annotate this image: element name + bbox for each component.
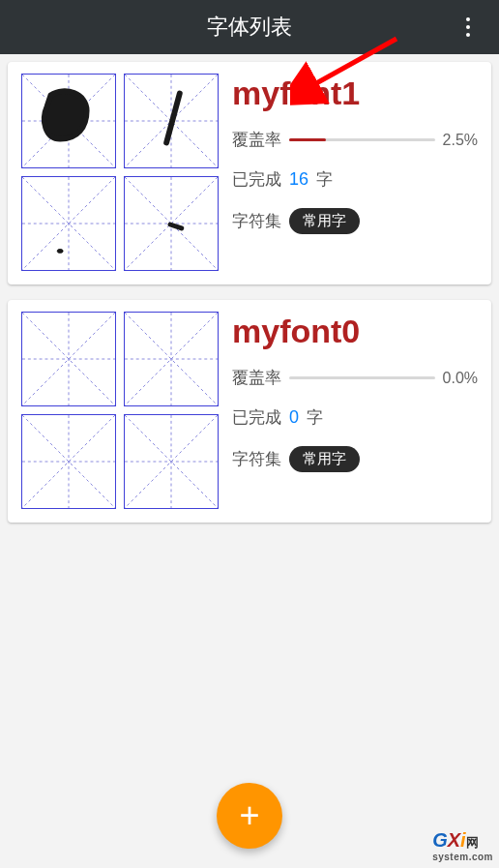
- glyph-cell: [124, 176, 219, 271]
- glyph-cell: [124, 414, 219, 509]
- font-info: myfont1 覆盖率 2.5% 已完成 16 字 字符集 常用字: [232, 74, 478, 271]
- font-info: myfont0 覆盖率 0.0% 已完成 0 字 字符集 常用字: [232, 312, 478, 509]
- watermark: GXi网 system.com: [432, 829, 493, 862]
- font-card[interactable]: myfont1 覆盖率 2.5% 已完成 16 字 字符集 常用字: [8, 62, 491, 284]
- font-name: myfont1: [232, 75, 478, 111]
- charset-label: 字符集: [232, 448, 281, 470]
- coverage-label: 覆盖率: [232, 129, 281, 151]
- charset-chip: 常用字: [289, 446, 360, 472]
- coverage-percent: 2.5%: [443, 132, 478, 149]
- completed-count: 16: [289, 169, 308, 190]
- glyph-cell: [124, 312, 219, 406]
- plus-icon: +: [239, 798, 259, 833]
- coverage-percent: 0.0%: [443, 370, 478, 387]
- more-vert-icon: [466, 17, 470, 37]
- completed-count: 0: [289, 407, 299, 428]
- watermark-letter: G: [432, 829, 448, 851]
- completed-label: 已完成: [232, 168, 281, 191]
- add-font-fab[interactable]: +: [217, 783, 282, 849]
- app-toolbar: 字体列表: [0, 0, 499, 54]
- completed-unit: 字: [307, 406, 323, 429]
- glyph-cell: [21, 312, 116, 406]
- svg-point-12: [57, 249, 63, 253]
- glyph-stroke-dot: [57, 249, 63, 253]
- overflow-menu-button[interactable]: [445, 0, 491, 54]
- page-title: 字体列表: [207, 13, 292, 42]
- coverage-progress: [289, 138, 435, 141]
- glyph-stroke-circle: [44, 91, 87, 138]
- font-list: myfont1 覆盖率 2.5% 已完成 16 字 字符集 常用字: [0, 54, 499, 546]
- watermark-suffix: 网: [466, 835, 479, 850]
- completed-label: 已完成: [232, 406, 281, 429]
- font-name: myfont0: [232, 314, 478, 349]
- coverage-label: 覆盖率: [232, 367, 281, 389]
- glyph-preview-grid: [21, 312, 219, 509]
- watermark-letter: X: [448, 829, 460, 851]
- glyph-cell: [21, 414, 116, 509]
- glyph-preview-grid: [21, 74, 219, 271]
- font-card[interactable]: myfont0 覆盖率 0.0% 已完成 0 字 字符集 常用字: [8, 300, 491, 523]
- charset-label: 字符集: [232, 210, 281, 232]
- coverage-progress: [289, 376, 435, 379]
- glyph-cell: [21, 74, 116, 168]
- charset-chip: 常用字: [289, 208, 360, 234]
- glyph-stroke-slash: [166, 94, 180, 143]
- glyph-cell: [124, 74, 219, 168]
- glyph-cell: [21, 176, 116, 271]
- glyph-stroke-dash: [170, 224, 182, 228]
- completed-unit: 字: [316, 168, 333, 191]
- watermark-domain: system.com: [432, 852, 493, 862]
